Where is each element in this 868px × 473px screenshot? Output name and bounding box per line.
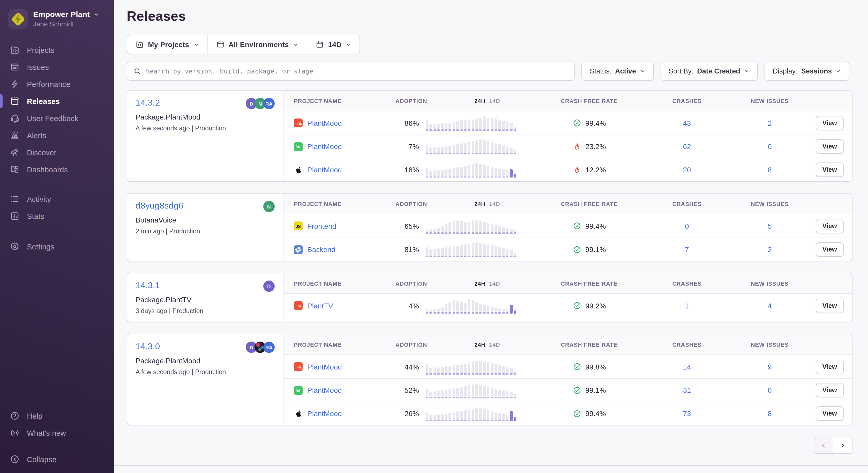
crashes-link[interactable]: 14 bbox=[683, 362, 691, 371]
project-link[interactable]: PlantMood bbox=[307, 386, 342, 394]
project-filter-dropdown[interactable]: My Projects bbox=[127, 35, 207, 54]
toggle-24h[interactable]: 24H bbox=[474, 97, 486, 104]
new-issues-link[interactable]: 8 bbox=[768, 409, 772, 418]
project-health-row: PlantMood 44% 99.8% 14 9 View bbox=[283, 355, 852, 378]
project-health-row: Backend 81% 99.1% 7 2 View bbox=[283, 238, 852, 261]
project-link[interactable]: PlantTV bbox=[307, 301, 333, 310]
flame-icon bbox=[572, 165, 581, 174]
sidebar-item-whats-new[interactable]: What's new bbox=[0, 424, 114, 441]
col-project-name: PROJECT NAME bbox=[283, 280, 387, 287]
new-issues-link[interactable]: 0 bbox=[768, 142, 772, 151]
org-switcher[interactable]: Empower Plant Jane Schmidt bbox=[0, 7, 114, 29]
environment-filter-dropdown[interactable]: All Environments bbox=[207, 35, 307, 54]
bar-chart-icon bbox=[10, 211, 20, 221]
sidebar-item-discover[interactable]: Discover bbox=[0, 144, 114, 161]
sidebar-item-user-feedback[interactable]: User Feedback bbox=[0, 110, 114, 127]
sidebar-item-settings[interactable]: Settings bbox=[0, 238, 114, 255]
view-button[interactable]: View bbox=[815, 383, 844, 397]
view-button[interactable]: View bbox=[815, 359, 844, 374]
table-header-row: PROJECT NAME ADOPTION 24H 14D CRASH FREE… bbox=[283, 91, 852, 111]
crashes-link[interactable]: 7 bbox=[685, 245, 689, 254]
project-link[interactable]: PlantMood bbox=[307, 166, 342, 174]
sidebar-item-help[interactable]: Help bbox=[0, 407, 114, 424]
sidebar-nav-settings: Settings bbox=[0, 238, 114, 255]
svg-text:JS: JS bbox=[296, 224, 301, 229]
display-dropdown[interactable]: Display: Sessions bbox=[765, 62, 850, 81]
chevron-right-icon bbox=[839, 442, 846, 449]
project-link[interactable]: PlantMood bbox=[307, 362, 342, 371]
table-header-row: PROJECT NAME ADOPTION 24H 14D CRASH FREE… bbox=[283, 334, 852, 355]
crashes-link[interactable]: 43 bbox=[683, 119, 691, 127]
adoption-sparkline bbox=[419, 162, 533, 178]
window-icon bbox=[216, 40, 224, 49]
crash-free-value: 23.2% bbox=[585, 142, 606, 151]
crashes-link[interactable]: 31 bbox=[683, 386, 691, 394]
toggle-24h[interactable]: 24H bbox=[474, 341, 486, 348]
sidebar-item-dashboards[interactable]: Dashboards bbox=[0, 161, 114, 178]
sidebar-item-collapse[interactable]: Collapse bbox=[0, 451, 114, 468]
toggle-24h[interactable]: 24H bbox=[474, 201, 486, 207]
project-link[interactable]: PlantMood bbox=[307, 142, 342, 151]
sidebar-item-performance[interactable]: Performance bbox=[0, 76, 114, 93]
view-button[interactable]: View bbox=[815, 406, 844, 421]
new-issues-link[interactable]: 2 bbox=[768, 245, 772, 254]
date-range-dropdown[interactable]: 14D bbox=[307, 35, 360, 54]
view-button[interactable]: View bbox=[815, 242, 844, 257]
sort-by-dropdown[interactable]: Sort By: Date Created bbox=[660, 62, 758, 81]
view-button[interactable]: View bbox=[815, 219, 844, 233]
new-issues-link[interactable]: 8 bbox=[768, 166, 772, 174]
chevron-down-icon bbox=[835, 68, 841, 74]
crashes-link[interactable]: 20 bbox=[683, 166, 691, 174]
pagination-next-button[interactable] bbox=[833, 437, 852, 454]
release-version-link[interactable]: d8yug8sdg6 bbox=[135, 201, 183, 211]
project-link[interactable]: PlantMood bbox=[307, 409, 342, 418]
adoption-sparkline bbox=[419, 406, 533, 421]
sidebar: Empower Plant Jane Schmidt Projects Issu… bbox=[0, 0, 114, 473]
sidebar-item-releases[interactable]: Releases bbox=[0, 93, 114, 110]
project-link[interactable]: Backend bbox=[307, 245, 336, 254]
view-button[interactable]: View bbox=[815, 139, 844, 154]
col-adoption: ADOPTION bbox=[395, 280, 427, 287]
new-issues-link[interactable]: 2 bbox=[768, 119, 772, 127]
release-version-link[interactable]: 14.3.0 bbox=[135, 342, 160, 352]
sidebar-item-projects[interactable]: Projects bbox=[0, 41, 114, 58]
release-meta: A few seconds ago | Production bbox=[135, 125, 275, 132]
sidebar-item-alerts[interactable]: Alerts bbox=[0, 127, 114, 144]
date-range-value: 14D bbox=[328, 40, 342, 49]
new-issues-link[interactable]: 0 bbox=[768, 386, 772, 394]
toggle-14d[interactable]: 14D bbox=[489, 280, 500, 287]
view-button[interactable]: View bbox=[815, 298, 844, 313]
sort-by-value: Date Created bbox=[697, 67, 740, 75]
toggle-14d[interactable]: 14D bbox=[489, 341, 500, 348]
crashes-link[interactable]: 1 bbox=[685, 301, 689, 310]
project-health-row: PlantMood 26% 99.4% 73 8 View bbox=[283, 402, 852, 425]
col-crashes: CRASHES bbox=[646, 280, 728, 287]
adoption-sparkline bbox=[419, 218, 533, 234]
col-crash-free-rate: CRASH FREE RATE bbox=[533, 97, 646, 104]
pagination-prev-button[interactable] bbox=[814, 437, 833, 454]
view-button[interactable]: View bbox=[815, 162, 844, 177]
search-input[interactable] bbox=[146, 62, 568, 80]
toggle-14d[interactable]: 14D bbox=[489, 201, 500, 207]
toggle-14d[interactable]: 14D bbox=[489, 97, 500, 104]
toggle-24h[interactable]: 24H bbox=[474, 280, 486, 287]
release-version-link[interactable]: 14.3.1 bbox=[135, 280, 160, 291]
projects-folder-icon bbox=[135, 40, 144, 49]
new-issues-link[interactable]: 5 bbox=[768, 222, 772, 230]
view-button[interactable]: View bbox=[815, 116, 844, 130]
project-link[interactable]: Frontend bbox=[307, 222, 336, 230]
project-link[interactable]: PlantMood bbox=[307, 119, 342, 127]
release-info: 14.3.1 D Package.PlantTV 3 days ago | Pr… bbox=[127, 273, 283, 322]
release-table: PROJECT NAME ADOPTION 24H 14D CRASH FREE… bbox=[283, 194, 852, 261]
sidebar-item-stats[interactable]: Stats bbox=[0, 208, 114, 225]
status-dropdown[interactable]: Status: Active bbox=[582, 62, 654, 81]
adoption-sparkline bbox=[419, 298, 533, 313]
release-version-link[interactable]: 14.3.2 bbox=[135, 98, 160, 108]
sidebar-item-activity[interactable]: Activity bbox=[0, 190, 114, 208]
crashes-link[interactable]: 62 bbox=[683, 142, 691, 151]
crashes-link[interactable]: 73 bbox=[683, 409, 691, 418]
new-issues-link[interactable]: 4 bbox=[768, 301, 772, 310]
new-issues-link[interactable]: 9 bbox=[768, 362, 772, 371]
crashes-link[interactable]: 0 bbox=[685, 222, 689, 230]
sidebar-item-issues[interactable]: Issues bbox=[0, 58, 114, 76]
